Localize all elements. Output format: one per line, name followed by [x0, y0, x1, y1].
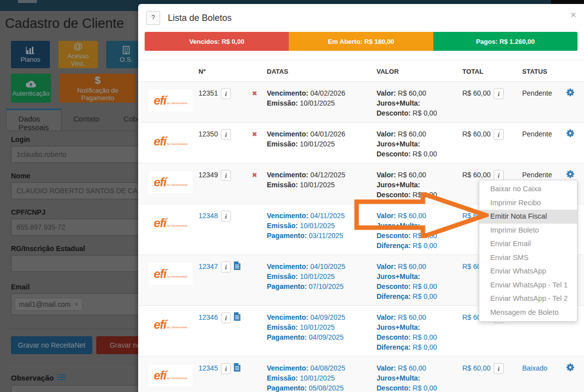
- modal-header: ? Lista de Boletos ×: [138, 4, 584, 30]
- modal-title: Lista de Boletos: [168, 13, 231, 23]
- date-line: Vencimento: 04/09/2025: [267, 312, 369, 322]
- efi-gerencianet-logo: efí by Gerencianet: [149, 171, 193, 193]
- valor-line: Valor: R$ 60,00: [377, 261, 454, 271]
- bar-chart-icon: [25, 46, 35, 54]
- valor-cell: Valor: R$ 60,00Juros+Multa: Desconto: R$…: [373, 163, 458, 204]
- acesso-vinc-button[interactable]: @ Acesso Vinc.: [58, 41, 98, 68]
- valor-cell: Valor: R$ 60,00Juros+Multa: Desconto: R$…: [373, 82, 458, 122]
- help-button[interactable]: ?: [146, 11, 160, 25]
- boleto-context-menu: Baixar no CaixaImprimir ReciboEmitir Not…: [479, 180, 578, 322]
- cancel-x-icon[interactable]: ✖: [252, 171, 257, 179]
- boleto-number: 12349: [198, 171, 218, 179]
- valor-cell: Valor: R$ 60,00Juros+Multa: Desconto: R$…: [373, 255, 458, 305]
- menu-item[interactable]: Enviar WhatsApp - Tel 2: [479, 292, 577, 306]
- valor-line: Desconto: R$ 0,00: [377, 383, 454, 392]
- cancel-x-icon[interactable]: ✖: [252, 90, 257, 97]
- invoice-document-icon[interactable]: [233, 312, 241, 323]
- total-info-button[interactable]: i: [494, 170, 504, 181]
- client-tabs: Dados Pessoais Contato Cobrança: [6, 109, 156, 131]
- col-numero: Nº: [195, 60, 248, 81]
- date-line: Emissão: 10/01/2025: [267, 221, 369, 231]
- total-info-button[interactable]: i: [494, 129, 504, 140]
- valor-line: Valor: R$ 60,00: [377, 363, 454, 373]
- date-line: Vencimento: 04/11/2025: [267, 211, 369, 221]
- info-button[interactable]: i: [221, 170, 231, 181]
- valor-line: Valor: R$ 60,00: [377, 88, 454, 98]
- total-value: R$ 60,00: [462, 130, 491, 138]
- total-info-button[interactable]: i: [494, 88, 504, 99]
- planos-button-label: Planos: [20, 56, 40, 63]
- cpf-cnpj-input[interactable]: [11, 219, 145, 236]
- menu-item[interactable]: Mensagem de Boleto: [479, 306, 577, 320]
- valor-line: Desconto: R$ 0,00: [377, 149, 454, 159]
- nome-label: Nome: [11, 172, 30, 180]
- os-button-label: O.S.: [120, 56, 133, 63]
- menu-item[interactable]: Enviar WhatsApp - Tel 1: [479, 278, 577, 292]
- autenticacao-button[interactable]: Autenticação: [11, 74, 51, 103]
- valor-line: Juros+Multa:: [377, 98, 454, 108]
- valor-line: Valor: R$ 60,00: [377, 129, 454, 139]
- menu-item[interactable]: Enviar SMS: [479, 251, 577, 265]
- date-line: Vencimento: 04/10/2025: [267, 261, 369, 271]
- em-aberto-summary-bar: Em Aberto: R$ 180,00: [289, 32, 433, 51]
- nome-input[interactable]: [11, 182, 145, 199]
- menu-item[interactable]: Baixar no Caixa: [479, 182, 577, 196]
- settings-gear-icon[interactable]: [566, 88, 575, 99]
- email-tag-remove-icon[interactable]: ×: [75, 301, 78, 308]
- valor-cell: Valor: R$ 60,00Juros+Multa: Desconto: R$…: [373, 123, 458, 163]
- total-info-button[interactable]: i: [494, 363, 504, 374]
- date-line: Pagamento: 05/08/2025: [267, 383, 369, 392]
- notificacao-pagamento-button[interactable]: $ Notificação de Pagamento: [59, 74, 136, 103]
- valor-line: Diferença: R$ 0,00: [377, 241, 454, 251]
- tab-dados-pessoais[interactable]: Dados Pessoais: [6, 109, 61, 131]
- settings-gear-icon[interactable]: [566, 129, 575, 140]
- settings-gear-icon[interactable]: [566, 363, 575, 374]
- table-row: efí by Gerencianet 12345i Vencimento: 04…: [138, 356, 584, 392]
- datas-cell: Vencimento: 04/10/2025Emissão: 10/01/202…: [263, 255, 373, 305]
- date-line: Emissão: 10/01/2025: [267, 271, 369, 281]
- boleto-number: 12345: [198, 364, 218, 372]
- menu-item[interactable]: Enviar WhatsApp: [479, 264, 577, 278]
- datas-cell: Vencimento: 04/11/2025Emissão: 10/01/202…: [263, 204, 373, 255]
- gravar-receitanet-button[interactable]: Gravar no ReceitaNet: [11, 336, 92, 354]
- close-icon[interactable]: ×: [571, 10, 576, 19]
- valor-line: Valor: R$ 60,00: [377, 211, 454, 221]
- datas-cell: Vencimento: 04/01/2026Emissão: 10/01/202…: [263, 123, 373, 163]
- efi-gerencianet-logo: efí by Gerencianet: [149, 314, 193, 336]
- status-text: Pendente: [522, 130, 552, 138]
- info-button[interactable]: i: [221, 312, 231, 323]
- info-button[interactable]: i: [221, 363, 231, 374]
- efi-gerencianet-logo: efí by Gerencianet: [149, 131, 193, 152]
- invoice-document-icon[interactable]: [233, 363, 241, 374]
- email-input[interactable]: mail1@mail.com ×: [11, 293, 145, 315]
- valor-cell: Valor: R$ 60,00Juros+Multa: Desconto: R$…: [373, 306, 458, 356]
- vencidos-summary-bar: Vencidos: R$ 0,00: [145, 32, 289, 51]
- date-line: Vencimento: 04/08/2025: [267, 363, 369, 373]
- observacao-textarea[interactable]: [11, 385, 145, 392]
- cancel-x-icon[interactable]: ✖: [252, 131, 257, 138]
- menu-item[interactable]: Imprimir Recibo: [479, 196, 577, 210]
- date-line: Pagamento: 04/09/2025: [267, 332, 369, 342]
- tab-contato[interactable]: Contato: [61, 109, 112, 131]
- menu-item[interactable]: Enviar Email: [479, 237, 577, 251]
- info-button[interactable]: i: [221, 261, 231, 272]
- info-button[interactable]: i: [221, 211, 231, 222]
- dollar-icon: $: [95, 75, 101, 85]
- invoice-document-icon[interactable]: [233, 261, 241, 272]
- table-row: efí by Gerencianet 12351i ✖ Vencimento: …: [138, 81, 584, 122]
- datas-cell: Vencimento: 04/02/2026Emissão: 10/01/202…: [263, 82, 373, 122]
- menu-item[interactable]: Emitir Nota Fiscal: [479, 210, 577, 224]
- menu-item[interactable]: Imprimir Boleto: [479, 224, 577, 238]
- info-button[interactable]: i: [221, 129, 231, 140]
- app-screen: Cadastro de Cliente Planos @ Acesso Vinc…: [0, 0, 584, 392]
- list-icon[interactable]: [57, 374, 66, 382]
- login-input[interactable]: [11, 146, 145, 163]
- valor-cell: Valor: R$ 60,00Juros+Multa: Desconto: R$…: [373, 204, 458, 255]
- datas-cell: Vencimento: 04/08/2025Emissão: 10/01/202…: [263, 357, 373, 392]
- valor-line: Diferença: R$ 0,00: [377, 291, 454, 301]
- rg-inscricao-input[interactable]: [11, 255, 145, 272]
- datas-cell: Vencimento: 04/12/2025Emissão: 10/01/202…: [263, 163, 373, 204]
- planos-button[interactable]: Planos: [11, 41, 50, 68]
- info-button[interactable]: i: [221, 88, 231, 99]
- settings-gear-icon[interactable]: [566, 170, 575, 181]
